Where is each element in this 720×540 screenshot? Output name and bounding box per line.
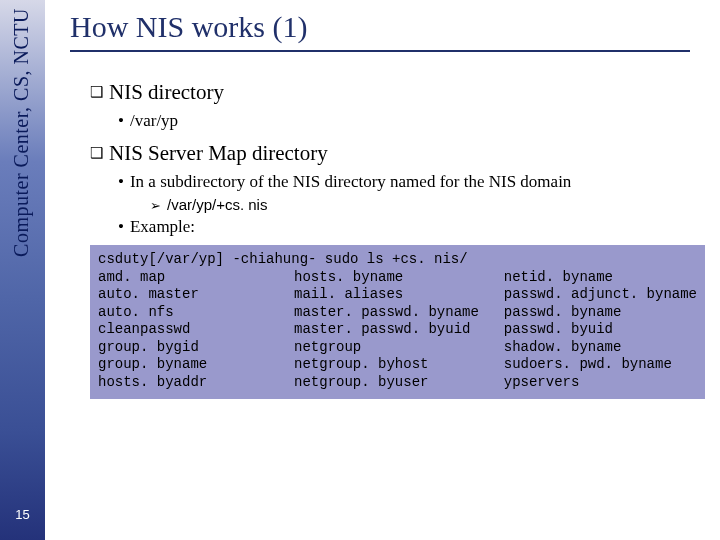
- code-example-box: csduty[/var/yp] -chiahung- sudo ls +cs. …: [90, 245, 705, 399]
- listing-col-1: amd. map auto. master auto. nfs cleanpas…: [98, 269, 294, 392]
- listing-col-2: hosts. byname mail. aliases master. pass…: [294, 269, 504, 392]
- bullet-text: /var/yp/+cs. nis: [167, 196, 267, 213]
- bullet-text: NIS Server Map directory: [109, 141, 328, 165]
- bullet-text: /var/yp: [130, 111, 178, 130]
- slide-title: How NIS works (1): [70, 10, 710, 44]
- bullet-text: NIS directory: [109, 80, 224, 104]
- square-bullet-icon: ❑: [90, 144, 103, 162]
- bullet-content: ❑NIS directory •/var/yp ❑NIS Server Map …: [90, 80, 710, 399]
- square-bullet-icon: ❑: [90, 83, 103, 101]
- listing-col-3: netid. byname passwd. adjunct. byname pa…: [504, 269, 697, 392]
- listing-columns: amd. map auto. master auto. nfs cleanpas…: [98, 269, 697, 392]
- dot-bullet-icon: •: [118, 111, 124, 130]
- slide-body: How NIS works (1) ❑NIS directory •/var/y…: [70, 10, 710, 399]
- sidebar-label: Computer Center, CS, NCTU: [10, 8, 33, 257]
- bullet-lvl2: •Example:: [118, 217, 710, 237]
- bullet-lvl2: •In a subdirectory of the NIS directory …: [118, 172, 710, 192]
- bullet-lvl1: ❑NIS directory: [90, 80, 710, 105]
- bullet-lvl1: ❑NIS Server Map directory: [90, 141, 710, 166]
- bullet-text: In a subdirectory of the NIS directory n…: [130, 172, 571, 191]
- bullet-text: Example:: [130, 217, 195, 236]
- dot-bullet-icon: •: [118, 217, 124, 236]
- bullet-lvl3: ➢/var/yp/+cs. nis: [150, 196, 710, 213]
- triangle-bullet-icon: ➢: [150, 198, 161, 213]
- dot-bullet-icon: •: [118, 172, 124, 191]
- slide-number: 15: [0, 507, 45, 522]
- sidebar: Computer Center, CS, NCTU 15: [0, 0, 45, 540]
- command-line: csduty[/var/yp] -chiahung- sudo ls +cs. …: [98, 251, 697, 269]
- bullet-lvl2: •/var/yp: [118, 111, 710, 131]
- title-underline: [70, 50, 690, 52]
